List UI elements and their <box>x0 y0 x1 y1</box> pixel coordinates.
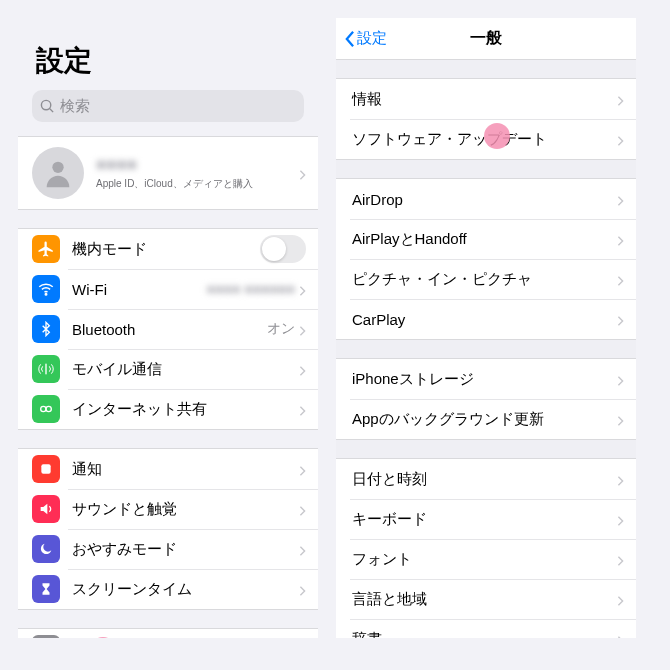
dnd-row[interactable]: おやすみモード <box>18 529 318 569</box>
screentime-row[interactable]: スクリーンタイム <box>18 569 318 609</box>
chevron-right-icon <box>617 133 624 145</box>
chevron-right-icon <box>617 593 624 605</box>
navbar-title: 一般 <box>470 28 502 49</box>
about-group: 情報 ソフトウェア・アップデート <box>336 78 636 160</box>
wifi-row[interactable]: Wi-Fi ■■■■ ■■■■■■ <box>18 269 318 309</box>
storage-group: iPhoneストレージ Appのバックグラウンド更新 <box>336 358 636 440</box>
cellular-label: モバイル通信 <box>72 360 299 379</box>
airplay-label: AirPlayとHandoff <box>352 230 617 249</box>
screentime-label: スクリーンタイム <box>72 580 299 599</box>
search-input[interactable]: 検索 <box>32 90 304 122</box>
general-screen: 設定 一般 情報 ソフトウェア・アップデート AirDrop AirPlayとH… <box>336 18 636 638</box>
bluetooth-value: オン <box>267 320 295 338</box>
carplay-row[interactable]: CarPlay <box>336 299 636 339</box>
update-row[interactable]: ソフトウェア・アップデート <box>336 119 636 159</box>
chevron-right-icon <box>299 167 306 179</box>
hourglass-icon <box>32 575 60 603</box>
sharing-group: AirDrop AirPlayとHandoff ピクチャ・イン・ピクチャ Car… <box>336 178 636 340</box>
avatar <box>32 147 84 199</box>
hotspot-icon <box>32 395 60 423</box>
sounds-row[interactable]: サウンドと触覚 <box>18 489 318 529</box>
chevron-right-icon <box>299 503 306 515</box>
airplane-row[interactable]: 機内モード <box>18 229 318 269</box>
chevron-right-icon <box>299 403 306 415</box>
notifications-label: 通知 <box>72 460 299 479</box>
wifi-label: Wi-Fi <box>72 281 207 298</box>
svg-rect-7 <box>41 464 50 473</box>
notifications-row[interactable]: 通知 <box>18 449 318 489</box>
chevron-right-icon <box>299 583 306 595</box>
bluetooth-row[interactable]: Bluetooth オン <box>18 309 318 349</box>
svg-point-0 <box>41 100 50 109</box>
airplay-row[interactable]: AirPlayとHandoff <box>336 219 636 259</box>
airdrop-label: AirDrop <box>352 191 617 208</box>
svg-point-6 <box>46 406 51 411</box>
notifications-group: 通知 サウンドと触覚 おやすみモード スクリーンタイム <box>18 448 318 610</box>
wifi-value: ■■■■ ■■■■■■ <box>207 281 295 297</box>
bluetooth-icon <box>32 315 60 343</box>
dict-row[interactable]: 辞書 <box>336 619 636 638</box>
general-row[interactable]: 一般 <box>18 629 318 638</box>
bluetooth-label: Bluetooth <box>72 321 267 338</box>
settings-root-screen: 設定 検索 ■■■■ Apple ID、iCloud、メディアと購入 機内モード… <box>18 18 318 638</box>
moon-icon <box>32 535 60 563</box>
about-row[interactable]: 情報 <box>336 79 636 119</box>
page-title: 設定 <box>18 18 318 90</box>
carplay-label: CarPlay <box>352 311 617 328</box>
dict-label: 辞書 <box>352 630 617 639</box>
font-row[interactable]: フォント <box>336 539 636 579</box>
notifications-icon <box>32 455 60 483</box>
chevron-right-icon <box>617 233 624 245</box>
dnd-label: おやすみモード <box>72 540 299 559</box>
chevron-right-icon <box>299 363 306 375</box>
keyboard-label: キーボード <box>352 510 617 529</box>
chevron-left-icon <box>344 30 355 48</box>
back-button[interactable]: 設定 <box>344 29 387 48</box>
navbar: 設定 一般 <box>336 18 636 60</box>
airdrop-row[interactable]: AirDrop <box>336 179 636 219</box>
about-label: 情報 <box>352 90 617 109</box>
wifi-icon <box>32 275 60 303</box>
lang-row[interactable]: 言語と地域 <box>336 579 636 619</box>
connectivity-group: 機内モード Wi-Fi ■■■■ ■■■■■■ Bluetooth オン モバイ… <box>18 228 318 430</box>
bgapp-label: Appのバックグラウンド更新 <box>352 410 617 429</box>
chevron-right-icon <box>617 313 624 325</box>
airplane-icon <box>32 235 60 263</box>
airplane-toggle[interactable] <box>260 235 306 263</box>
datetime-label: 日付と時刻 <box>352 470 617 489</box>
pip-row[interactable]: ピクチャ・イン・ピクチャ <box>336 259 636 299</box>
chevron-right-icon <box>299 323 306 335</box>
datetime-row[interactable]: 日付と時刻 <box>336 459 636 499</box>
appleid-sub: Apple ID、iCloud、メディアと購入 <box>96 177 299 191</box>
airplane-label: 機内モード <box>72 240 260 259</box>
appleid-group: ■■■■ Apple ID、iCloud、メディアと購入 <box>18 136 318 210</box>
chevron-right-icon <box>617 633 624 638</box>
chevron-right-icon <box>617 553 624 565</box>
svg-point-2 <box>52 162 63 173</box>
chevron-right-icon <box>299 543 306 555</box>
cellular-icon <box>32 355 60 383</box>
svg-point-5 <box>41 406 46 411</box>
keyboard-row[interactable]: キーボード <box>336 499 636 539</box>
chevron-right-icon <box>299 283 306 295</box>
search-icon <box>40 99 55 114</box>
storage-label: iPhoneストレージ <box>352 370 617 389</box>
svg-point-3 <box>45 294 47 296</box>
chevron-right-icon <box>617 273 624 285</box>
hotspot-row[interactable]: インターネット共有 <box>18 389 318 429</box>
gear-icon <box>32 635 60 638</box>
search-placeholder: 検索 <box>60 97 90 116</box>
storage-row[interactable]: iPhoneストレージ <box>336 359 636 399</box>
hotspot-label: インターネット共有 <box>72 400 299 419</box>
locale-group: 日付と時刻 キーボード フォント 言語と地域 辞書 <box>336 458 636 638</box>
update-label: ソフトウェア・アップデート <box>352 130 617 149</box>
chevron-right-icon <box>299 463 306 475</box>
lang-label: 言語と地域 <box>352 590 617 609</box>
bgapp-row[interactable]: Appのバックグラウンド更新 <box>336 399 636 439</box>
chevron-right-icon <box>617 473 624 485</box>
chevron-right-icon <box>617 193 624 205</box>
cellular-row[interactable]: モバイル通信 <box>18 349 318 389</box>
appleid-name: ■■■■ <box>96 155 299 175</box>
svg-rect-4 <box>45 364 46 375</box>
appleid-row[interactable]: ■■■■ Apple ID、iCloud、メディアと購入 <box>18 137 318 209</box>
